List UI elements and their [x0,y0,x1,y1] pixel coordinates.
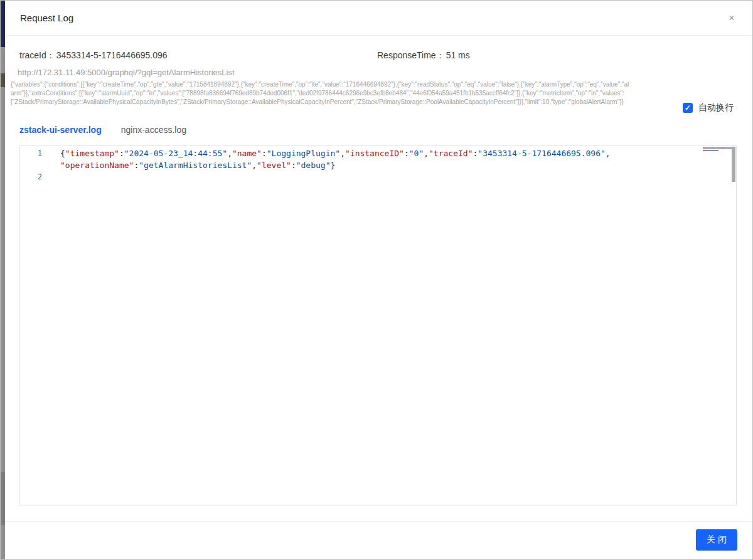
response-time-value: 51 ms [446,50,470,60]
trace-id-value: 3453314-5-1716446695.096 [56,50,168,60]
background-lower-sliver [1,472,5,525]
modal-title: Request Log [20,13,73,23]
trace-id-label: traceId： [19,50,55,60]
screenshot-root: Request Log × traceId：3453314-5-17164466… [0,0,753,560]
footer-divider [5,521,752,522]
log-file-tabs: zstack-ui-server.log nginx-access.log [19,125,186,139]
checkbox-checked-icon[interactable]: ✓ [683,103,693,113]
request-url: http://172.31.11.49:5000/graphql/?gql=ge… [18,68,235,77]
auto-wrap-checkbox[interactable]: ✓ 自动换行 [683,102,734,114]
close-icon[interactable]: × [725,11,739,25]
tab-zstack-ui-server-log[interactable]: zstack-ui-server.log [19,125,102,139]
background-navbar-sliver [1,1,5,47]
trace-id-row: traceId：3453314-5-1716446695.096 [19,50,168,61]
background-content-sliver [1,73,5,87]
request-payload: {"variables":{"conditions":[{"key":"crea… [11,80,631,106]
request-log-modal: Request Log × traceId：3453314-5-17164466… [5,1,752,559]
tab-nginx-access-log[interactable]: nginx-access.log [121,125,186,139]
editor-scrollbar[interactable] [732,147,735,182]
auto-wrap-label: 自动换行 [698,102,734,114]
response-time-label: ResponseTime： [377,50,445,60]
editor-minimap [703,147,730,152]
response-time-row: ResponseTime：51 ms [377,50,470,61]
log-editor[interactable]: 1{"timestamp":"2024-05-23_14:44:55","nam… [19,145,737,505]
modal-header: Request Log × [5,1,752,36]
close-button[interactable]: 关 闭 [696,529,737,551]
log-editor-content: 1{"timestamp":"2024-05-23_14:44:55","nam… [20,147,703,183]
background-page-sliver [1,1,5,559]
